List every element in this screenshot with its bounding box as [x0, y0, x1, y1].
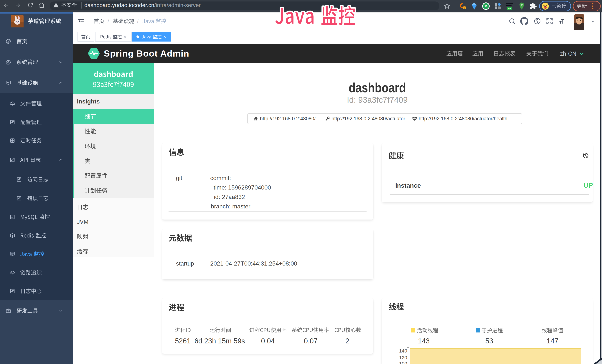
svg-text:on: on — [508, 7, 511, 10]
svg-text:V: V — [485, 4, 487, 8]
svg-text:1: 1 — [464, 7, 465, 9]
